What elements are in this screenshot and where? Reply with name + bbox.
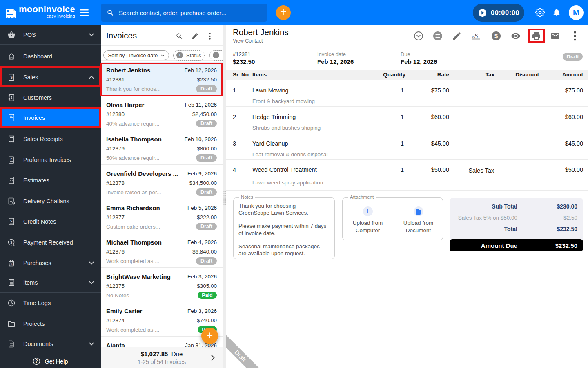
svg-text:?: ? [36,359,38,364]
svg-text:S: S [474,32,478,40]
svg-text:$: $ [11,262,13,266]
svg-text:C: C [10,219,13,223]
svg-text:$: $ [494,33,498,39]
svg-text:$: $ [10,240,12,245]
svg-text:P: P [10,157,12,161]
svg-text:x: x [472,35,474,39]
